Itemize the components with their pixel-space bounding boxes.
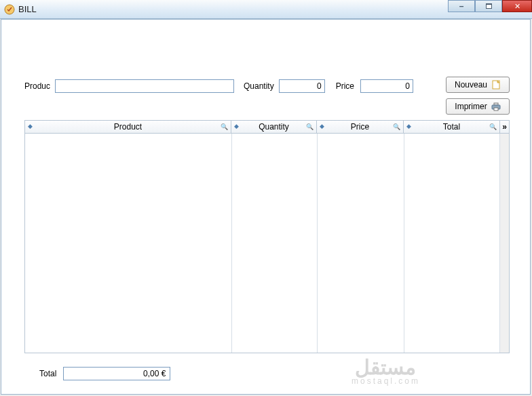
new-button-label: Nouveau (455, 80, 487, 90)
total-field (63, 367, 170, 380)
entry-form: Produc Quantity Price (24, 78, 510, 94)
product-label: Produc (24, 81, 53, 91)
printer-icon (491, 102, 501, 111)
column-divider (404, 134, 404, 353)
titlebar: BILL (0, 0, 532, 19)
price-label: Price (336, 81, 354, 91)
sort-icon: ◆ (320, 123, 324, 130)
close-button[interactable] (502, 0, 532, 12)
col-header-product[interactable]: ◆ Product 🔍 (25, 121, 231, 133)
window-title: BILL (18, 4, 37, 14)
sort-icon: ◆ (28, 123, 33, 130)
maximize-button[interactable] (475, 0, 502, 12)
filter-icon[interactable]: 🔍 (221, 123, 228, 130)
column-divider (317, 134, 318, 353)
product-input[interactable] (55, 79, 234, 93)
new-document-icon (491, 80, 501, 90)
new-button[interactable]: Nouveau (446, 77, 510, 93)
watermark: مستقل mostaql.com (352, 355, 420, 386)
filter-icon[interactable]: 🔍 (393, 123, 400, 130)
print-button[interactable]: Imprimer (446, 98, 510, 115)
table-body[interactable] (24, 134, 510, 353)
minimize-button[interactable] (448, 0, 475, 12)
col-header-price[interactable]: ◆ Price 🔍 (317, 121, 404, 133)
columns-more-button[interactable] (500, 120, 510, 134)
total-label: Total (39, 369, 56, 378)
column-divider (231, 134, 232, 353)
vertical-scrollbar[interactable] (499, 134, 509, 353)
col-header-quantity[interactable]: ◆ Quantity 🔍 (231, 121, 317, 133)
sort-icon: ◆ (406, 123, 411, 130)
quantity-label: Quantity (244, 81, 274, 91)
col-header-total[interactable]: ◆ Total 🔍 (404, 121, 499, 133)
price-input[interactable] (360, 79, 413, 93)
svg-rect-5 (494, 108, 498, 111)
client-area: Produc Quantity Price Nouveau Imprimer (1, 19, 531, 395)
app-icon (4, 4, 15, 15)
filter-icon[interactable]: 🔍 (489, 123, 497, 130)
filter-icon[interactable]: 🔍 (306, 123, 314, 130)
items-table: ◆ Product 🔍 ◆ Quantity 🔍 ◆ Price 🔍 ◆ Tot… (24, 120, 510, 353)
print-button-label: Imprimer (455, 102, 487, 111)
sort-icon: ◆ (234, 123, 239, 130)
quantity-input[interactable] (279, 79, 325, 93)
